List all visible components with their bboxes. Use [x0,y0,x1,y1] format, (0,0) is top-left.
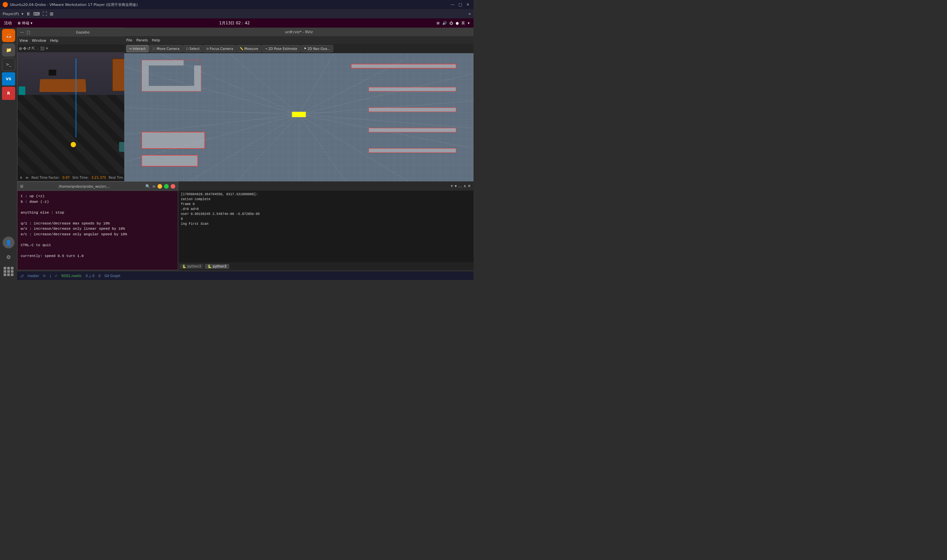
rviz-tool-select[interactable]: ◻ Select [183,45,203,52]
gazebo-maximize[interactable]: □ [27,30,30,34]
terminal-maximize[interactable] [164,184,169,189]
panel-up-btn[interactable]: ∧ [463,184,466,188]
panel-close-btn[interactable]: ✕ [468,184,471,188]
toolbar-scale[interactable]: ⇱ [32,46,35,51]
term-line-6: w/x : increase/decrease only linear spee… [21,226,175,232]
rviz-window: urdf.rviz* - RViz File Panels Help ↔ Int… [124,28,473,198]
toolbar-move[interactable]: ✥ [23,46,27,51]
move-camera-label: Move Camera [157,47,180,51]
terminal-search-icon[interactable]: 🔍 [145,184,150,189]
gazebo-menu-view[interactable]: View [19,38,28,43]
rviz-menu-help[interactable]: Help [152,38,160,42]
ros-output-panel: + ▾ … ∧ ✕ [1705084628.364794550, 8317.33… [178,182,473,270]
rviz-tool-interact[interactable]: ↔ Interact [126,45,149,52]
terminal-menu-icon[interactable]: ≡ [152,184,156,189]
send-ctrl-alt-del[interactable]: ⌨ [33,11,40,17]
svg-line-25 [299,114,351,189]
term-line-5: q/z : increase/decrease max speeds by 10… [21,221,175,226]
terminal-panel-button[interactable]: 🖥 终端 ▾ [17,21,32,26]
gazebo-minimize[interactable]: — [20,30,24,34]
panel-tab-python3-2[interactable]: 🐍 python3 [205,264,229,269]
gazebo-viewport[interactable] [17,52,141,174]
rviz-tool-move-camera[interactable]: 🎥 Move Camera [149,45,183,52]
sidebar-item-files[interactable]: 📁 [2,43,15,57]
panel-tabs: 🐍 python3 🐍 python3 [178,262,473,270]
maximize-button[interactable]: □ [457,2,463,7]
sidebar-item-user[interactable]: 👤 [3,237,14,248]
term-line-10 [21,248,175,253]
sim-time-label: Sim Time: [72,176,89,180]
player-menu[interactable]: Player(P) [3,12,19,16]
lang-button[interactable]: 英 [461,21,465,26]
python-icon-1: 🐍 [182,265,186,268]
terminal-icon: 🖥 [17,21,21,25]
svg-rect-12 [369,108,456,112]
fullscreen-button[interactable]: ⛶ [42,11,47,17]
toolbar-insert[interactable]: ⬛ [40,46,45,51]
network-icon[interactable]: ⊞ [437,21,440,25]
activities-button[interactable]: 活动 [4,20,12,26]
terminal-close[interactable] [171,184,175,189]
gazebo-menu-window[interactable]: Window [32,38,46,43]
rviz-menu-panels[interactable]: Panels [136,38,148,42]
panel-dropdown-btn[interactable]: ▾ [455,184,457,188]
player-dropdown-icon[interactable]: ▾ [22,12,23,16]
lang-dropdown[interactable]: ▾ [468,21,470,25]
svg-rect-5 [351,64,456,68]
sidebar-item-firefox[interactable]: 🦊 [2,29,15,42]
bottom-statusbar: ⎇ master ↻ | ✓ ROS1.noetic 0 △ 0 0 Git G… [17,271,473,280]
git-graph-link[interactable]: Git Graph [105,274,120,278]
panel-add-btn[interactable]: + [450,184,453,188]
rviz-menubar: File Panels Help [124,36,473,44]
power-icon[interactable]: ⏻ [450,21,453,25]
svg-line-30 [124,114,299,135]
rviz-menu-file[interactable]: File [126,38,132,42]
toolbar-lights[interactable]: ☀ [45,46,49,51]
rviz-toolbar: ↔ Interact 🎥 Move Camera ◻ Select ◎ Focu… [124,44,473,53]
focus-camera-icon: ◎ [206,47,209,50]
window-controls[interactable]: — □ ✕ [450,2,471,7]
laser-beam [75,58,76,138]
term-line-8 [21,237,175,243]
term-line-3: anything else : stop [21,210,175,215]
gazebo-menu-help[interactable]: Help [50,38,58,43]
rviz-title: urdf.rviz* - RViz [127,30,471,34]
sidebar-item-terminal[interactable]: >_ [2,58,15,71]
unity-mode[interactable]: ⊞ [50,11,54,17]
volume-icon[interactable]: 🔊 [442,21,447,25]
svg-rect-13 [369,128,456,132]
rviz-tool-2d-nav-goal[interactable]: ⚑ 2D Nav Goa... [301,45,333,52]
svg-rect-0 [142,60,183,66]
sidebar-item-vscode[interactable]: VS [2,72,15,85]
rviz-tool-2d-pose[interactable]: → 2D Pose Estimate [262,45,300,52]
sync-icon: ↻ [43,274,46,278]
terminal-settings-icon[interactable]: ⊞ [20,184,23,189]
ros-line-5: 0 [181,217,471,222]
panel-tab-python3-1[interactable]: 🐍 python3 [180,264,203,269]
ubuntu-panel: 活动 🖥 终端 ▾ 1月13日 02：42 ⊞ 🔊 ⏻ ● 英 ▾ [0,18,473,28]
rviz-map-viewport[interactable] [124,53,473,189]
sidebar-item-grid[interactable] [3,266,14,277]
term-line-2 [21,205,175,210]
pause-button[interactable]: ⏸ [26,11,31,17]
close-button[interactable]: ✕ [465,2,471,7]
svg-rect-32 [292,112,306,117]
ros-label: | [50,274,51,278]
gazebo-menubar: View Window Help [17,37,141,45]
status-errors: 0 [98,274,100,278]
rviz-tool-measure[interactable]: 📏 Measure [237,45,262,52]
terminal-content[interactable]: t : up (+z) b : down (-z) anything else … [17,191,178,270]
gazebo-scene [17,52,141,174]
gazebo-pause-icon[interactable]: ⏸ [19,176,23,180]
panel-more-btn[interactable]: … [458,184,462,188]
expand-icon[interactable]: » [468,11,471,16]
rviz-tool-focus-camera[interactable]: ◎ Focus Camera [203,45,236,52]
interact-icon: ↔ [129,47,132,50]
sidebar-item-rviz[interactable]: R [2,87,15,100]
terminal-minimize[interactable] [157,184,162,189]
rviz-titlebar: urdf.rviz* - RViz [124,28,473,36]
toolbar-rotate[interactable]: ↺ [27,46,31,51]
sidebar-item-settings[interactable]: ⚙ [3,251,14,263]
toolbar-select[interactable]: ⊕ [19,46,22,51]
minimize-button[interactable]: — [450,2,456,7]
